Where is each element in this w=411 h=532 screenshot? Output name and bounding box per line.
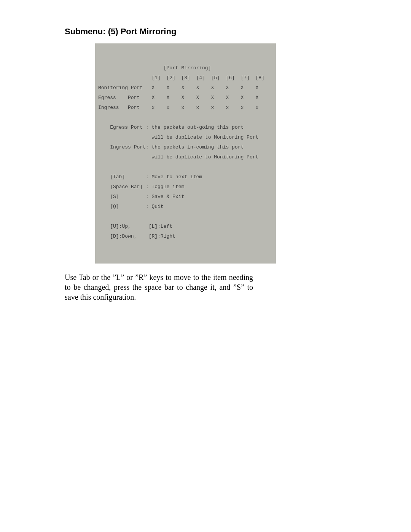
blank-line: [98, 164, 101, 170]
note-line: Egress Port : the packets out-going this…: [98, 125, 244, 130]
column-headers: [1] [2] [3] [4] [5] [6] [7] [8]: [98, 75, 264, 81]
body-paragraph: Use Tab or the ”L” or ”R” keys to move t…: [65, 272, 253, 302]
key-line: [Q] : Quit: [98, 204, 164, 209]
key-line: [Space Bar] : Toggle item: [98, 184, 184, 190]
note-line: will be duplicate to Monitoring Port: [98, 134, 258, 140]
terminal-title-line: [Port Mirroring]: [98, 65, 211, 71]
nav-line: [D]:Down, [R]:Right: [98, 233, 175, 239]
terminal-screenshot: [Port Mirroring] [1] [2] [3] [4] [5] [6]…: [95, 43, 276, 264]
key-line: [S] : Save & Exit: [98, 194, 184, 200]
note-line: Ingress Port: the packets in-coming this…: [98, 144, 244, 150]
nav-line: [U]:Up, [L]:Left: [98, 224, 172, 229]
table-row: Monitoring Port X X X X X X X X: [98, 85, 258, 91]
blank-line: [98, 214, 101, 219]
table-row: Egress Port X X X X X X X X: [98, 95, 258, 101]
blank-line: [98, 115, 101, 120]
note-line: will be duplicate to Monitoring Port: [98, 154, 258, 160]
terminal-title: [Port Mirroring]: [164, 65, 211, 71]
terminal-content: [Port Mirroring] [1] [2] [3] [4] [5] [6]…: [95, 53, 276, 244]
key-line: [Tab] : Move to next item: [98, 174, 202, 180]
section-heading: Submenu: (5) Port Mirroring: [65, 27, 346, 37]
document-page: Submenu: (5) Port Mirroring [Port Mirror…: [0, 0, 411, 302]
table-row: Ingress Port x x x x x x x x: [98, 105, 258, 110]
